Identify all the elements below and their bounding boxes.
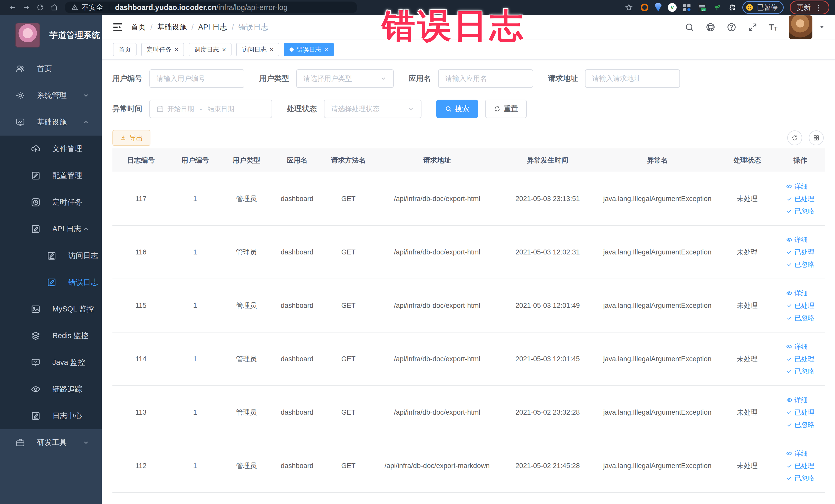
action-detail-link[interactable]: 详细 xyxy=(786,290,808,297)
cell-actions: 详细已处理已忽略 xyxy=(775,279,825,332)
exception-time-range-picker[interactable]: 开始日期 - 结束日期 xyxy=(149,100,272,118)
search-icon[interactable] xyxy=(685,22,694,32)
extension-grid-icon[interactable] xyxy=(683,3,692,12)
refresh-table-button[interactable] xyxy=(787,130,802,145)
filter-row-1: 用户编号 用户类型 请选择用户类型 应用名 请求地址 xyxy=(113,69,825,88)
action-processed-link[interactable]: 已处理 xyxy=(786,462,814,469)
extension-orange-icon[interactable] xyxy=(641,4,648,11)
extension-shield-icon[interactable] xyxy=(655,3,662,12)
export-button[interactable]: 导出 xyxy=(113,130,150,146)
text-size-icon[interactable]: TT xyxy=(769,23,777,32)
help-icon[interactable] xyxy=(727,22,736,32)
action-detail-link[interactable]: 详细 xyxy=(786,237,808,243)
action-processed-link[interactable]: 已处理 xyxy=(786,409,814,416)
action-processed-link[interactable]: 已处理 xyxy=(786,356,814,362)
breadcrumb-item[interactable]: 首页 xyxy=(131,22,146,32)
breadcrumb-item[interactable]: 基础设施 xyxy=(157,22,187,32)
extension-on-badge-icon[interactable]: on xyxy=(698,3,707,12)
cell-time: 2021-05-02 23:32:28 xyxy=(500,386,596,439)
app-name-label: 应用名 xyxy=(409,74,431,84)
sidebar-item-file[interactable]: 文件管理 xyxy=(0,136,102,162)
reload-button[interactable] xyxy=(33,2,47,13)
user-type-select[interactable]: 请选择用户类型 xyxy=(296,69,394,88)
app-name-input[interactable] xyxy=(438,69,533,88)
breadcrumb-item[interactable]: API 日志 xyxy=(198,22,227,32)
close-icon[interactable]: × xyxy=(269,46,273,53)
sidebar-item-infra[interactable]: 基础设施 xyxy=(0,109,102,136)
sidebar-item-label: Redis 监控 xyxy=(53,331,88,341)
sidebar-item-access-log[interactable]: 访问日志 xyxy=(0,242,102,269)
hamburger-icon[interactable] xyxy=(112,22,123,33)
request-url-input[interactable] xyxy=(585,69,680,88)
github-icon[interactable] xyxy=(706,22,715,32)
sidebar-item-dev-tools[interactable]: 研发工具 xyxy=(0,429,102,456)
screen-icon xyxy=(31,358,41,367)
cell-exception: java.lang.IllegalArgumentException xyxy=(596,332,719,386)
tag-错误日志[interactable]: 错误日志× xyxy=(284,43,334,56)
action-ignored-link[interactable]: 已忽略 xyxy=(786,368,814,375)
sidebar-item-log-center[interactable]: 日志中心 xyxy=(0,403,102,429)
extensions-puzzle-icon[interactable] xyxy=(728,3,736,12)
sidebar-item-redis[interactable]: Redis 监控 xyxy=(0,322,102,349)
active-dot xyxy=(289,47,294,52)
action-ignored-link[interactable]: 已忽略 xyxy=(786,421,814,428)
grid-icon xyxy=(813,135,820,141)
home-button[interactable] xyxy=(47,2,61,13)
back-button[interactable] xyxy=(6,2,20,13)
exception-time-label: 异常时间 xyxy=(113,104,142,114)
process-status-select[interactable]: 请选择处理状态 xyxy=(324,100,422,118)
action-ignored-link[interactable]: 已忽略 xyxy=(786,475,814,481)
check-icon xyxy=(786,475,792,481)
sidebar-item-config[interactable]: 配置管理 xyxy=(0,162,102,189)
action-detail-link[interactable]: 详细 xyxy=(786,397,808,403)
action-detail-link[interactable]: 详细 xyxy=(786,450,808,457)
cell-method: GET xyxy=(322,172,374,225)
sidebar-item-mysql[interactable]: MySQL 监控 xyxy=(0,296,102,322)
cell-user_type: 管理员 xyxy=(221,279,272,332)
sidebar-item-error-log[interactable]: 错误日志 xyxy=(0,269,102,296)
action-detail-link[interactable]: 详细 xyxy=(786,183,808,190)
action-ignored-link[interactable]: 已忽略 xyxy=(786,208,814,215)
sidebar-item-system[interactable]: 系统管理 xyxy=(0,82,102,109)
tag-首页[interactable]: 首页 xyxy=(113,43,137,56)
tag-定时任务[interactable]: 定时任务× xyxy=(141,43,184,56)
fullscreen-icon[interactable] xyxy=(748,22,757,32)
reset-button[interactable]: 重置 xyxy=(485,100,527,118)
sidebar-item-api-log[interactable]: API 日志 xyxy=(0,216,102,242)
start-date-placeholder: 开始日期 xyxy=(167,104,194,114)
action-processed-link[interactable]: 已处理 xyxy=(786,249,814,256)
sidebar-item-job[interactable]: 定时任务 xyxy=(0,189,102,216)
extension-green-icon[interactable]: V xyxy=(668,3,677,12)
sidebar-item-home[interactable]: 首页 xyxy=(0,56,102,82)
address-bar[interactable]: 不安全 dashboard.yudao.iocoder.cn/infra/log… xyxy=(65,2,357,13)
security-label: 不安全 xyxy=(82,3,103,12)
chrome-update-button[interactable]: 更新 ⋮ xyxy=(790,1,829,14)
sidebar-item-tracer[interactable]: 链路追踪 xyxy=(0,376,102,403)
cell-time: 2021-05-03 23:13:51 xyxy=(500,172,596,225)
profile-paused-chip[interactable]: 已暂停 xyxy=(742,1,784,14)
column-header: 请求方法名 xyxy=(322,148,374,172)
user-avatar[interactable] xyxy=(789,15,812,39)
gear-icon xyxy=(15,90,25,100)
app-logo-row[interactable]: 芋道管理系统 xyxy=(0,15,102,56)
warning-icon xyxy=(72,4,78,11)
action-ignored-link[interactable]: 已忽略 xyxy=(786,315,814,321)
search-button[interactable]: 搜索 xyxy=(436,100,478,118)
action-processed-link[interactable]: 已处理 xyxy=(786,195,814,202)
tag-访问日志[interactable]: 访问日志× xyxy=(236,43,279,56)
action-processed-link[interactable]: 已处理 xyxy=(786,302,814,309)
action-detail-link[interactable]: 详细 xyxy=(786,343,808,350)
column-settings-button[interactable] xyxy=(809,130,824,145)
extension-sprout-icon[interactable] xyxy=(713,3,721,12)
close-icon[interactable]: × xyxy=(175,46,178,53)
user-id-input[interactable] xyxy=(149,69,244,88)
caret-down-icon[interactable] xyxy=(819,24,825,30)
action-ignored-link[interactable]: 已忽略 xyxy=(786,261,814,268)
bookmark-star-icon[interactable] xyxy=(623,2,634,13)
sidebar-item-java[interactable]: Java 监控 xyxy=(0,349,102,376)
close-icon[interactable]: × xyxy=(324,46,328,53)
close-icon[interactable]: × xyxy=(222,46,226,53)
cell-method: GET xyxy=(322,439,374,492)
forward-button[interactable] xyxy=(20,2,33,13)
tag-调度日志[interactable]: 调度日志× xyxy=(189,43,231,56)
